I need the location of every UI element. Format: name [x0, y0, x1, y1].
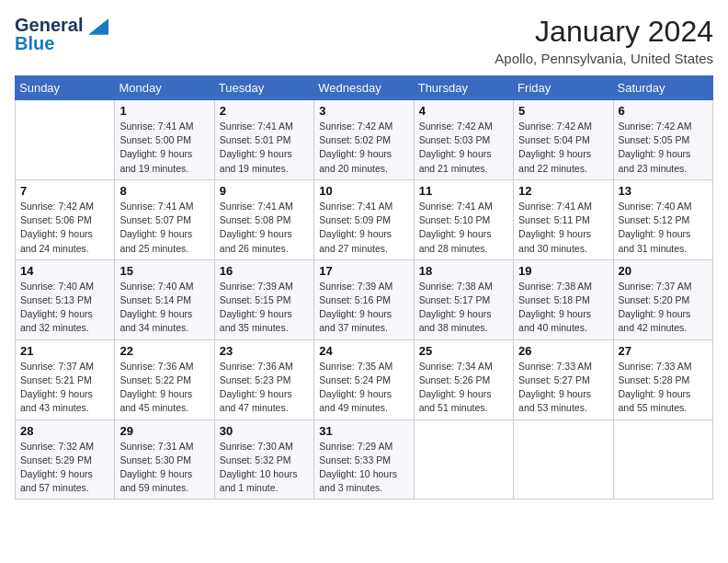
weekday-header-thursday: Thursday	[414, 76, 513, 100]
day-number: 27	[619, 344, 708, 358]
day-info: Sunrise: 7:37 AMSunset: 5:21 PMDaylight:…	[20, 360, 109, 416]
calendar-cell: 18Sunrise: 7:38 AMSunset: 5:17 PMDayligh…	[414, 259, 513, 339]
calendar-cell: 10Sunrise: 7:41 AMSunset: 5:09 PMDayligh…	[314, 179, 414, 259]
day-info: Sunrise: 7:36 AMSunset: 5:23 PMDaylight:…	[220, 360, 309, 416]
calendar-cell: 6Sunrise: 7:42 AMSunset: 5:05 PMDaylight…	[613, 100, 712, 180]
day-info: Sunrise: 7:29 AMSunset: 5:33 PMDaylight:…	[319, 440, 408, 496]
day-number: 13	[619, 184, 708, 198]
calendar-cell: 15Sunrise: 7:40 AMSunset: 5:14 PMDayligh…	[115, 259, 214, 339]
calendar-cell	[414, 419, 513, 500]
logo-text: General	[15, 15, 108, 35]
day-number: 17	[319, 264, 408, 278]
day-number: 16	[220, 264, 309, 278]
day-info: Sunrise: 7:39 AMSunset: 5:16 PMDaylight:…	[319, 280, 408, 336]
day-info: Sunrise: 7:40 AMSunset: 5:12 PMDaylight:…	[619, 200, 708, 256]
calendar-cell: 24Sunrise: 7:35 AMSunset: 5:24 PMDayligh…	[314, 339, 414, 419]
day-info: Sunrise: 7:42 AMSunset: 5:05 PMDaylight:…	[619, 120, 708, 176]
day-info: Sunrise: 7:42 AMSunset: 5:06 PMDaylight:…	[20, 200, 109, 256]
day-number: 11	[419, 184, 508, 198]
day-info: Sunrise: 7:32 AMSunset: 5:29 PMDaylight:…	[20, 440, 109, 496]
calendar-cell: 5Sunrise: 7:42 AMSunset: 5:04 PMDaylight…	[514, 100, 613, 180]
day-number: 14	[20, 264, 109, 278]
calendar-cell: 20Sunrise: 7:37 AMSunset: 5:20 PMDayligh…	[613, 259, 712, 339]
day-number: 3	[319, 104, 408, 118]
day-info: Sunrise: 7:33 AMSunset: 5:28 PMDaylight:…	[619, 360, 708, 416]
day-info: Sunrise: 7:42 AMSunset: 5:02 PMDaylight:…	[319, 120, 408, 176]
day-number: 9	[220, 184, 309, 198]
calendar-cell: 9Sunrise: 7:41 AMSunset: 5:08 PMDaylight…	[214, 179, 313, 259]
day-number: 19	[518, 264, 608, 278]
calendar-cell: 21Sunrise: 7:37 AMSunset: 5:21 PMDayligh…	[16, 339, 115, 419]
svg-marker-0	[88, 18, 108, 35]
calendar-cell	[16, 100, 115, 180]
day-number: 1	[119, 104, 209, 118]
day-info: Sunrise: 7:41 AMSunset: 5:11 PMDaylight:…	[518, 200, 608, 256]
day-number: 23	[220, 344, 309, 358]
day-info: Sunrise: 7:38 AMSunset: 5:18 PMDaylight:…	[518, 280, 608, 336]
day-info: Sunrise: 7:39 AMSunset: 5:15 PMDaylight:…	[220, 280, 309, 336]
calendar-cell: 7Sunrise: 7:42 AMSunset: 5:06 PMDaylight…	[16, 179, 115, 259]
day-number: 25	[419, 344, 508, 358]
day-info: Sunrise: 7:41 AMSunset: 5:00 PMDaylight:…	[119, 120, 209, 176]
weekday-header-monday: Monday	[115, 76, 214, 100]
day-number: 4	[419, 104, 508, 118]
calendar-cell: 14Sunrise: 7:40 AMSunset: 5:13 PMDayligh…	[16, 259, 115, 339]
day-info: Sunrise: 7:33 AMSunset: 5:27 PMDaylight:…	[518, 360, 608, 416]
calendar-cell: 11Sunrise: 7:41 AMSunset: 5:10 PMDayligh…	[414, 179, 513, 259]
day-info: Sunrise: 7:41 AMSunset: 5:10 PMDaylight:…	[419, 200, 508, 256]
calendar-cell: 4Sunrise: 7:42 AMSunset: 5:03 PMDaylight…	[414, 100, 513, 180]
weekday-header-tuesday: Tuesday	[214, 76, 313, 100]
day-number: 5	[518, 104, 608, 118]
day-number: 22	[119, 344, 209, 358]
day-number: 31	[319, 424, 408, 438]
day-number: 6	[619, 104, 708, 118]
calendar-cell: 31Sunrise: 7:29 AMSunset: 5:33 PMDayligh…	[314, 419, 414, 500]
day-number: 18	[419, 264, 508, 278]
day-number: 2	[220, 104, 309, 118]
logo: General Blue	[15, 15, 108, 53]
weekday-header-wednesday: Wednesday	[314, 76, 414, 100]
calendar-cell: 8Sunrise: 7:41 AMSunset: 5:07 PMDaylight…	[115, 179, 214, 259]
day-number: 28	[20, 424, 109, 438]
day-info: Sunrise: 7:42 AMSunset: 5:03 PMDaylight:…	[419, 120, 508, 176]
calendar-title: January 2024	[495, 15, 713, 49]
day-number: 29	[119, 424, 209, 438]
calendar-cell: 23Sunrise: 7:36 AMSunset: 5:23 PMDayligh…	[214, 339, 313, 419]
day-number: 21	[20, 344, 109, 358]
title-block: January 2024 Apollo, Pennsylvania, Unite…	[495, 15, 713, 66]
calendar-cell: 25Sunrise: 7:34 AMSunset: 5:26 PMDayligh…	[414, 339, 513, 419]
calendar-cell: 30Sunrise: 7:30 AMSunset: 5:32 PMDayligh…	[214, 419, 313, 500]
calendar-cell: 1Sunrise: 7:41 AMSunset: 5:00 PMDaylight…	[115, 100, 214, 180]
calendar-cell: 28Sunrise: 7:32 AMSunset: 5:29 PMDayligh…	[16, 419, 115, 500]
day-info: Sunrise: 7:42 AMSunset: 5:04 PMDaylight:…	[518, 120, 608, 176]
calendar-cell: 16Sunrise: 7:39 AMSunset: 5:15 PMDayligh…	[214, 259, 313, 339]
calendar-cell: 13Sunrise: 7:40 AMSunset: 5:12 PMDayligh…	[613, 179, 712, 259]
day-number: 8	[119, 184, 209, 198]
calendar-cell: 19Sunrise: 7:38 AMSunset: 5:18 PMDayligh…	[514, 259, 613, 339]
day-info: Sunrise: 7:41 AMSunset: 5:07 PMDaylight:…	[119, 200, 209, 256]
day-number: 15	[119, 264, 209, 278]
calendar-cell: 22Sunrise: 7:36 AMSunset: 5:22 PMDayligh…	[115, 339, 214, 419]
day-number: 20	[619, 264, 708, 278]
weekday-header-sunday: Sunday	[16, 76, 115, 100]
day-number: 30	[220, 424, 309, 438]
weekday-header-saturday: Saturday	[613, 76, 712, 100]
calendar-table: SundayMondayTuesdayWednesdayThursdayFrid…	[15, 75, 713, 500]
calendar-cell: 12Sunrise: 7:41 AMSunset: 5:11 PMDayligh…	[514, 179, 613, 259]
calendar-subtitle: Apollo, Pennsylvania, United States	[495, 51, 713, 66]
day-info: Sunrise: 7:40 AMSunset: 5:13 PMDaylight:…	[20, 280, 109, 336]
day-number: 7	[20, 184, 109, 198]
calendar-cell: 3Sunrise: 7:42 AMSunset: 5:02 PMDaylight…	[314, 100, 414, 180]
calendar-cell	[613, 419, 712, 500]
day-info: Sunrise: 7:35 AMSunset: 5:24 PMDaylight:…	[319, 360, 408, 416]
day-info: Sunrise: 7:40 AMSunset: 5:14 PMDaylight:…	[119, 280, 209, 336]
day-info: Sunrise: 7:41 AMSunset: 5:08 PMDaylight:…	[220, 200, 309, 256]
day-number: 12	[518, 184, 608, 198]
day-info: Sunrise: 7:36 AMSunset: 5:22 PMDaylight:…	[119, 360, 209, 416]
calendar-cell: 27Sunrise: 7:33 AMSunset: 5:28 PMDayligh…	[613, 339, 712, 419]
day-number: 10	[319, 184, 408, 198]
day-info: Sunrise: 7:41 AMSunset: 5:09 PMDaylight:…	[319, 200, 408, 256]
day-number: 26	[518, 344, 608, 358]
calendar-cell: 29Sunrise: 7:31 AMSunset: 5:30 PMDayligh…	[115, 419, 214, 500]
calendar-cell: 26Sunrise: 7:33 AMSunset: 5:27 PMDayligh…	[514, 339, 613, 419]
